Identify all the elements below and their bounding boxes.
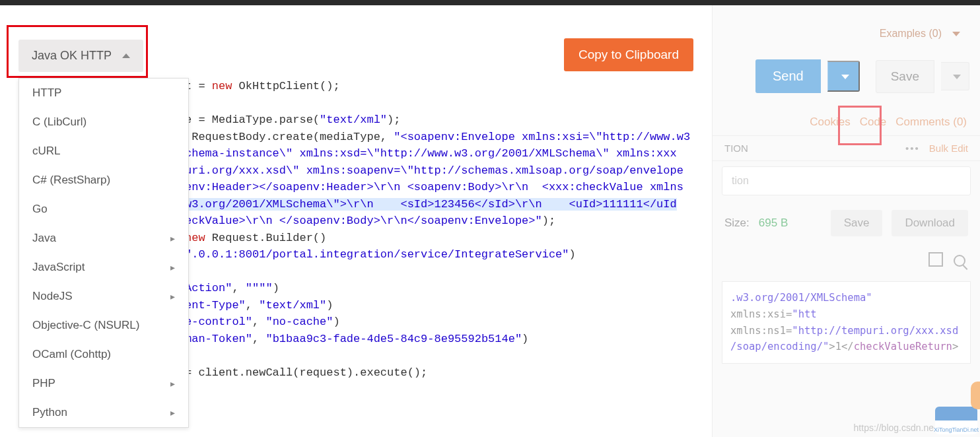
chevron-right-icon: ▸ <box>170 407 175 418</box>
send-dropdown-button[interactable] <box>827 61 860 92</box>
footer-url: https://blog.csdn.ne <box>854 422 934 433</box>
lang-item-http[interactable]: HTTP <box>19 79 188 108</box>
response-size-label: Size: <box>724 217 750 230</box>
lang-item-objc[interactable]: Objective-C (NSURL) <box>19 311 188 340</box>
chevron-right-icon: ▸ <box>170 233 175 244</box>
chevron-right-icon: ▸ <box>170 291 175 302</box>
copy-to-clipboard-button[interactable]: Copy to Clipboard <box>564 38 693 71</box>
window-topbar <box>0 0 980 5</box>
send-button[interactable]: Send <box>755 59 821 93</box>
lang-item-csharp[interactable]: C# (RestSharp) <box>19 166 188 195</box>
lang-item-java[interactable]: Java▸ <box>19 224 188 253</box>
chevron-right-icon: ▸ <box>170 262 175 273</box>
lang-item-nodejs[interactable]: NodeJS▸ <box>19 282 188 311</box>
download-response-button[interactable]: Download <box>892 210 968 236</box>
generated-code-snippet: t = new OkHttpClient(); e = MediaType.pa… <box>185 78 699 381</box>
request-sidebar: Examples (0) Send Save Cookies Code Comm… <box>712 5 980 437</box>
examples-dropdown[interactable]: Examples (0) <box>713 24 980 44</box>
response-body[interactable]: .w3.org/2001/XMLSchema" xmlns:xsi="htt x… <box>722 281 971 364</box>
code-generator-panel: Java OK HTTP Copy to Clipboard HTTP C (L… <box>0 5 712 437</box>
save-dropdown-button[interactable] <box>941 62 969 90</box>
cookies-link[interactable]: Cookies <box>810 116 850 129</box>
language-dropdown-button[interactable]: Java OK HTTP <box>18 40 143 72</box>
language-selected-label: Java OK HTTP <box>32 49 112 63</box>
watermark-logo: XiTongTianDi.net <box>935 407 977 434</box>
chevron-right-icon: ▸ <box>170 378 175 389</box>
lang-item-javascript[interactable]: JavaScript▸ <box>19 253 188 282</box>
headers-table-header: TION •••Bulk Edit <box>713 135 980 161</box>
description-input[interactable]: tion <box>722 166 971 195</box>
language-dropdown-menu: HTTP C (LibCurl) cURL C# (RestSharp) Go … <box>18 78 189 428</box>
lang-item-go[interactable]: Go <box>19 195 188 224</box>
code-link[interactable]: Code <box>860 116 887 129</box>
save-response-button[interactable]: Save <box>831 210 883 236</box>
side-handle[interactable] <box>971 382 980 409</box>
lang-item-ocaml[interactable]: OCaml (Cohttp) <box>19 340 188 369</box>
bulk-edit-link[interactable]: Bulk Edit <box>929 143 968 154</box>
lang-item-curl[interactable]: cURL <box>19 137 188 166</box>
response-size-value: 695 B <box>759 217 788 230</box>
caret-down-icon <box>952 32 960 36</box>
lang-item-php[interactable]: PHP▸ <box>19 369 188 398</box>
search-response-icon[interactable] <box>954 255 965 267</box>
copy-response-icon[interactable] <box>931 255 943 267</box>
caret-down-icon <box>841 75 849 79</box>
lang-item-c-libcurl[interactable]: C (LibCurl) <box>19 108 188 137</box>
comments-link[interactable]: Comments (0) <box>895 116 967 129</box>
caret-up-icon <box>122 53 130 58</box>
save-request-button[interactable]: Save <box>876 60 934 93</box>
caret-down-icon <box>953 75 961 79</box>
lang-item-python[interactable]: Python▸ <box>19 398 188 427</box>
more-icon[interactable]: ••• <box>905 143 920 154</box>
